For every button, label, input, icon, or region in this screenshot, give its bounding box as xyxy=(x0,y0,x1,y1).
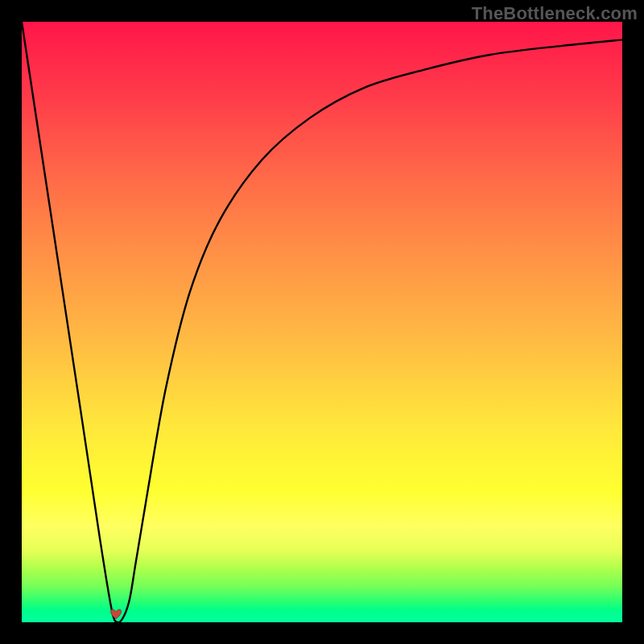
optimal-point-heart-icon xyxy=(111,609,122,619)
plot-area xyxy=(22,22,622,622)
curve-layer xyxy=(22,22,622,622)
chart-frame: TheBottleneck.com xyxy=(0,0,644,644)
bottleneck-curve xyxy=(22,22,622,622)
